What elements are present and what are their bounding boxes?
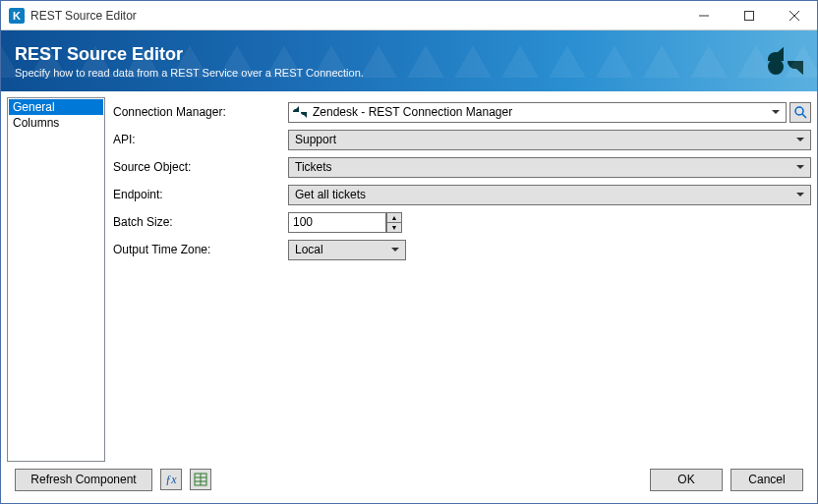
refresh-component-button[interactable]: Refresh Component [15,469,152,491]
connection-value: Zendesk - REST Connection Manager [313,105,512,119]
main-area: General Columns Connection Manager: Zend… [1,91,817,462]
cancel-button[interactable]: Cancel [730,469,803,491]
zendesk-logo [768,47,803,75]
ok-label: OK [677,473,694,486]
api-label: API: [111,133,288,146]
sidebar-item-label: Columns [13,116,59,130]
output-tz-dropdown[interactable]: Local [288,240,406,260]
header-banner: REST Source Editor Specify how to read d… [1,30,817,91]
source-object-label: Source Object: [111,160,288,174]
sidebar-item-general[interactable]: General [9,99,103,115]
output-tz-value: Local [295,243,323,256]
cancel-label: Cancel [748,473,785,486]
batch-size-label: Batch Size: [111,215,288,229]
window-title: REST Source Editor [30,9,681,23]
endpoint-label: Endpoint: [111,188,288,201]
api-value: Support [295,133,336,146]
footer: Refresh Component ƒx OK Cancel [1,462,817,497]
sidebar-item-columns[interactable]: Columns [9,115,103,131]
connection-label: Connection Manager: [111,105,288,119]
fx-icon: ƒx [165,473,176,487]
ok-button[interactable]: OK [650,469,723,491]
source-object-dropdown[interactable]: Tickets [288,157,811,178]
banner-title: REST Source Editor [15,44,651,65]
svg-marker-7 [788,61,803,75]
batch-size-up[interactable]: ▲ [386,212,402,222]
app-icon: K [9,8,25,24]
grid-icon [194,473,207,486]
sidebar: General Columns [7,97,105,462]
endpoint-dropdown[interactable]: Get all tickets [288,185,811,205]
kingswaysoft-logo: Powered By KingswaySoft [651,0,750,251]
zendesk-icon [293,106,307,118]
batch-size-down[interactable]: ▼ [386,222,402,233]
properties-button[interactable] [190,469,211,490]
connection-manager-dropdown[interactable]: Zendesk - REST Connection Manager [288,102,787,123]
batch-size-input[interactable] [288,212,386,233]
api-dropdown[interactable]: Support [288,130,811,150]
endpoint-value: Get all tickets [295,188,366,201]
sidebar-item-label: General [13,100,55,114]
source-object-value: Tickets [295,160,332,174]
output-tz-label: Output Time Zone: [111,243,288,256]
banner-subtitle: Specify how to read data from a REST Ser… [15,67,651,79]
refresh-label: Refresh Component [30,473,136,486]
expression-button[interactable]: ƒx [160,469,182,490]
